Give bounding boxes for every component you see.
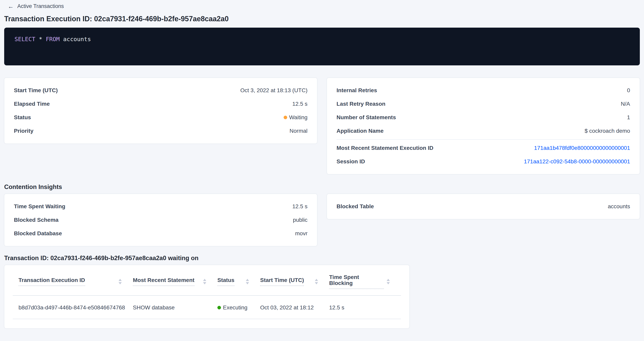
- row-last-retry-reason: Last Retry Reason N/A: [336, 97, 630, 111]
- blocked-database-label: Blocked Database: [14, 231, 62, 237]
- sql-statement-box: SELECT * FROM accounts: [4, 28, 640, 65]
- cell-status: Executing: [218, 305, 260, 311]
- row-elapsed-time: Elapsed Time 12.5 s: [14, 97, 308, 111]
- status-label: Status: [14, 114, 31, 120]
- priority-value: Normal: [290, 128, 308, 134]
- column-header-start-time[interactable]: Start Time (UTC): [260, 274, 329, 289]
- column-header-most-recent-statement[interactable]: Most Recent Statement: [133, 274, 218, 289]
- column-label-most-recent-statement: Most Recent Statement: [133, 277, 194, 286]
- waiting-on-table: Transaction Execution ID Most Recent Sta…: [4, 265, 410, 329]
- contention-insights-heading: Contention Insights: [4, 183, 640, 191]
- row-status: Status Waiting: [14, 111, 308, 124]
- row-session-id: Session ID 171aa122-c092-54b8-0000-00000…: [336, 155, 630, 168]
- column-label-transaction-execution-id: Transaction Execution ID: [18, 277, 85, 286]
- cell-time-spent-blocking: 12.5 s: [329, 305, 401, 311]
- back-arrow-icon: ←: [8, 3, 14, 9]
- status-value-text: Waiting: [289, 114, 308, 120]
- session-id-link[interactable]: 171aa122-c092-54b8-0000-000000000001: [524, 158, 630, 165]
- blocked-table-value: accounts: [608, 204, 630, 209]
- column-label-status: Status: [218, 277, 234, 286]
- session-id-label: Session ID: [336, 159, 365, 165]
- sql-keyword-from: FROM: [46, 36, 60, 42]
- row-priority: Priority Normal: [14, 124, 308, 138]
- blocked-schema-label: Blocked Schema: [14, 217, 58, 223]
- start-time-label: Start Time (UTC): [14, 87, 58, 93]
- most-recent-statement-execution-id-label: Most Recent Statement Execution ID: [336, 145, 434, 151]
- execution-details-card: Internal Retries 0 Last Retry Reason N/A…: [327, 78, 640, 174]
- row-time-spent-waiting: Time Spent Waiting 12.5 s: [14, 200, 308, 213]
- sql-table-name: accounts: [60, 36, 91, 42]
- number-of-statements-value: 1: [627, 114, 630, 120]
- transaction-details-page: ← Active Transactions Transaction Execut…: [0, 0, 644, 329]
- elapsed-time-label: Elapsed Time: [14, 101, 50, 107]
- most-recent-statement-execution-id-link[interactable]: 171aa1b478fdf0e80000000000000001: [534, 145, 630, 151]
- sql-star: *: [36, 36, 46, 42]
- sort-icon: [203, 279, 206, 284]
- waiting-on-heading: Transaction ID: 02ca7931-f246-469b-b2fe-…: [4, 254, 640, 262]
- waiting-status-dot-icon: [284, 116, 287, 119]
- sql-keyword-select: SELECT: [14, 36, 36, 42]
- card-divider: [336, 139, 630, 140]
- cell-status-text: Executing: [223, 305, 248, 311]
- row-start-time: Start Time (UTC) Oct 3, 2022 at 18:13 (U…: [14, 84, 308, 97]
- contention-cards-row: Time Spent Waiting 12.5 s Blocked Schema…: [4, 194, 640, 246]
- row-most-recent-statement-execution-id: Most Recent Statement Execution ID 171aa…: [336, 141, 630, 155]
- internal-retries-value: 0: [627, 87, 630, 93]
- row-blocked-table: Blocked Table accounts: [336, 200, 630, 213]
- back-link-label: Active Transactions: [17, 3, 64, 9]
- contention-blocked-table-card: Blocked Table accounts: [327, 194, 640, 219]
- summary-cards-row: Start Time (UTC) Oct 3, 2022 at 18:13 (U…: [4, 78, 640, 174]
- blocked-schema-value: public: [293, 217, 308, 223]
- last-retry-reason-value: N/A: [621, 101, 630, 107]
- cell-transaction-execution-id: b8d7d03a-d497-446b-8474-e50846674768: [13, 305, 133, 311]
- application-name-value: $ cockroach demo: [584, 128, 630, 134]
- row-number-of-statements: Number of Statements 1: [336, 111, 630, 124]
- status-value: Waiting: [284, 114, 308, 120]
- blocked-table-label: Blocked Table: [336, 204, 374, 209]
- row-blocked-database: Blocked Database movr: [14, 227, 308, 240]
- waiting-on-table-header: Transaction Execution ID Most Recent Sta…: [13, 265, 401, 296]
- executing-status-dot-icon: [218, 306, 221, 310]
- priority-label: Priority: [14, 128, 34, 134]
- column-label-start-time: Start Time (UTC): [260, 277, 304, 286]
- column-header-status[interactable]: Status: [218, 274, 260, 289]
- time-spent-waiting-value: 12.5 s: [292, 204, 308, 209]
- cell-start-time: Oct 03, 2022 at 18:12: [260, 305, 329, 311]
- number-of-statements-label: Number of Statements: [336, 114, 396, 120]
- sort-icon: [315, 279, 318, 284]
- sort-icon: [118, 279, 122, 284]
- cell-most-recent-statement: SHOW database: [133, 305, 218, 311]
- contention-waiting-card: Time Spent Waiting 12.5 s Blocked Schema…: [4, 194, 317, 246]
- page-title: Transaction Execution ID: 02ca7931-f246-…: [4, 14, 640, 23]
- table-row: b8d7d03a-d497-446b-8474-e50846674768 SHO…: [13, 296, 401, 319]
- start-time-value: Oct 3, 2022 at 18:13 (UTC): [240, 87, 308, 93]
- transaction-summary-card: Start Time (UTC) Oct 3, 2022 at 18:13 (U…: [4, 78, 317, 144]
- column-header-time-spent-blocking[interactable]: Time Spent Blocking: [329, 274, 401, 289]
- row-blocked-schema: Blocked Schema public: [14, 213, 308, 227]
- application-name-label: Application Name: [336, 128, 384, 134]
- row-internal-retries: Internal Retries 0: [336, 84, 630, 97]
- last-retry-reason-label: Last Retry Reason: [336, 101, 386, 107]
- blocked-database-value: movr: [295, 231, 308, 237]
- elapsed-time-value: 12.5 s: [292, 101, 308, 107]
- sort-icon: [387, 279, 390, 284]
- back-to-active-transactions-link[interactable]: ← Active Transactions: [8, 3, 64, 9]
- sort-icon: [246, 279, 249, 284]
- column-label-time-spent-blocking: Time Spent Blocking: [329, 274, 384, 289]
- time-spent-waiting-label: Time Spent Waiting: [14, 204, 65, 209]
- row-application-name: Application Name $ cockroach demo: [336, 124, 630, 138]
- internal-retries-label: Internal Retries: [336, 87, 377, 93]
- column-header-transaction-execution-id[interactable]: Transaction Execution ID: [13, 274, 133, 289]
